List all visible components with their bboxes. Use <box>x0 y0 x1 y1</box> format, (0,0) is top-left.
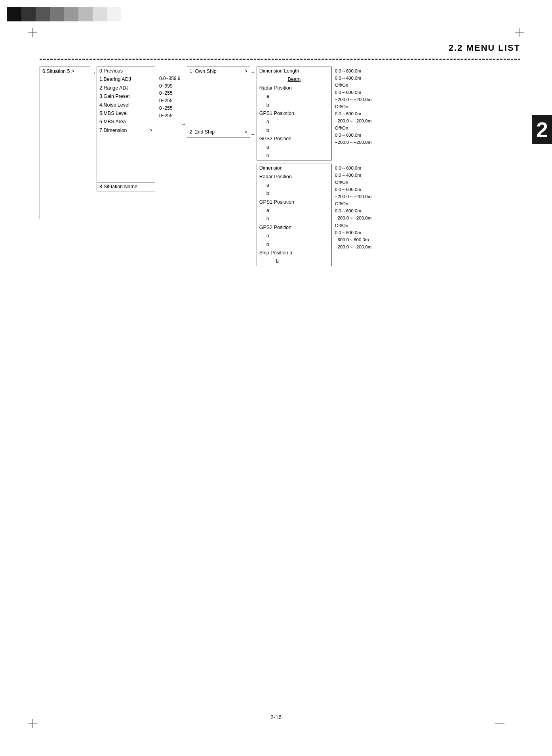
crosshair-bottom-right <box>495 719 504 728</box>
page-title: 2.2 MENU LIST <box>449 43 520 53</box>
col2-menu: 0.Previous 1.Bearing ADJ 2.Range ADJ 3.G… <box>97 67 155 191</box>
2nd-gps1-a-label: a <box>257 206 331 215</box>
grayscale-bar <box>7 7 121 21</box>
menu-bearing-adj[interactable]: 1.Bearing ADJ <box>97 75 155 84</box>
range-values: 0.0~359.9 0~999 0~255 0~255 0~255 0~255 <box>155 67 181 120</box>
2nd-gps2-a-label: a <box>257 232 331 240</box>
page-number: 2-16 <box>270 714 282 720</box>
own-ship-block: Dimension Length Beam Radar Position a b… <box>257 67 372 160</box>
menu-range-adj[interactable]: 2.Range ADJ <box>97 84 155 92</box>
menu-gain-preset[interactable]: 3.Gain Preset <box>97 92 155 101</box>
col3-menu: 1. Own Ship > 2. 2nd Ship > <box>187 67 250 137</box>
2nd-ship-block: Dimension Radar Position a b GPS1 Posiot… <box>257 164 372 266</box>
col4-own-ship: Dimension Length Beam Radar Position a b… <box>257 67 332 160</box>
gps1-pos-label: GPS1 Posiotion <box>257 109 331 118</box>
col2-wrapper: 0.Previous 1.Bearing ADJ 2.Range ADJ 3.G… <box>97 67 181 191</box>
gray-block-8 <box>107 7 121 21</box>
2nd-gps2-pos-label: GPS2 Position <box>257 223 331 232</box>
2nd-dimension-label: Dimension <box>257 164 331 172</box>
own-ship-item[interactable]: 1. Own Ship > <box>187 67 250 76</box>
2nd-radar-pos-label: Radar Position <box>257 173 331 181</box>
situation5-item[interactable]: 6.Situation 5 > <box>40 67 90 76</box>
arrows3: → → <box>250 67 257 137</box>
gray-block-1 <box>7 7 21 21</box>
separator-line <box>40 59 520 60</box>
gray-block-6 <box>78 7 93 21</box>
gray-block-4 <box>50 7 64 21</box>
2nd-gps2-b-label: b <box>257 241 331 249</box>
arrow2: → <box>181 67 187 127</box>
menu-previous[interactable]: 0.Previous <box>97 67 155 75</box>
dim-length-label: Dimension Length <box>257 67 331 75</box>
2nd-radar-a-label: a <box>257 181 331 189</box>
2nd-ship-item[interactable]: 2. 2nd Ship > <box>187 128 250 137</box>
menu-mbs-level[interactable]: 5.MBS Level <box>97 109 155 118</box>
gray-block-7 <box>93 7 107 21</box>
col4-combined: Dimension Length Beam Radar Position a b… <box>257 67 372 266</box>
arrow1: → <box>90 67 97 76</box>
gray-block-5 <box>64 7 78 21</box>
2nd-gps1-b-label: b <box>257 215 331 223</box>
gps1-b-label: b <box>257 126 331 135</box>
crosshair-top-left <box>28 28 37 37</box>
section-badge: 2 <box>532 115 552 144</box>
gps2-b-label: b <box>257 152 331 160</box>
2nd-radar-b-label: b <box>257 189 331 198</box>
2nd-gps1-pos-label: GPS1 Posiotion <box>257 198 331 206</box>
menu-noise-level[interactable]: 4.Noise Level <box>97 101 155 109</box>
gps2-a-label: a <box>257 143 331 151</box>
gps1-a-label: a <box>257 118 331 126</box>
gray-block-3 <box>36 7 50 21</box>
ship-position-a-label: Ship Position a <box>257 249 331 257</box>
gps2-pos-label: GPS2 Position <box>257 135 331 143</box>
beam-label: Beam <box>257 75 331 84</box>
col3-wrapper: 1. Own Ship > 2. 2nd Ship > <box>187 67 250 137</box>
radar-a-label: a <box>257 92 331 101</box>
col1-situation: 6.Situation 5 > <box>40 67 90 219</box>
radar-pos-label: Radar Position <box>257 84 331 92</box>
ship-position-b-label: b <box>257 257 331 265</box>
crosshair-top-right <box>515 28 524 37</box>
2nd-ship-values: 0.0～600.0m 0.0～400.0m Off/On 0.0～600.0m … <box>332 164 372 266</box>
menu-dimension[interactable]: 7.Dimension > <box>97 126 155 135</box>
menu-situation-name[interactable]: 8.Situation Name <box>97 182 155 191</box>
menu-mbs-area[interactable]: 6.MBS Area <box>97 118 155 126</box>
radar-b-label: b <box>257 101 331 109</box>
crosshair-bottom-left <box>28 719 37 728</box>
own-ship-values: 0.0～600.0m 0.0～400.0m Off/On 0.0～600.0m … <box>332 67 372 160</box>
col4-2nd-ship: Dimension Radar Position a b GPS1 Posiot… <box>257 164 332 266</box>
gray-block-2 <box>21 7 36 21</box>
